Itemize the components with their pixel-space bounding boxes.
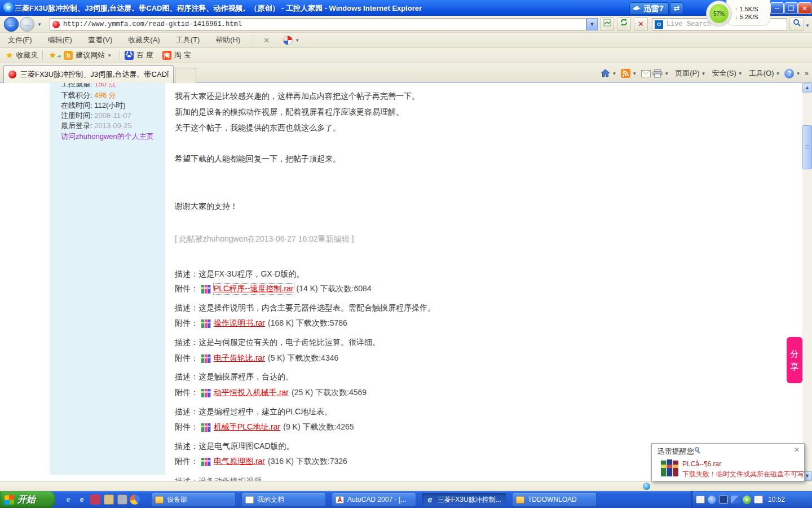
tab-title: 三菱FX3U脉冲控制、J3伺服,台达屏。带CAD图... [20,69,169,80]
attachment-link[interactable]: 机械手PLC地址.rar [214,422,280,432]
rss-icon[interactable] [621,69,630,78]
keyboard-layout-icon[interactable] [696,496,705,503]
suggested-sites-label[interactable]: 建议网站 [76,50,105,60]
taskbar-item-folder[interactable]: 设备部 [151,493,236,506]
tray-app1-icon[interactable] [719,496,728,503]
menu-help[interactable]: 帮助(H) [208,35,248,45]
menu-edit[interactable]: 编辑(E) [40,35,80,45]
system-tray: ‹ + 10:52 [691,491,812,508]
internet-zone-icon [643,483,650,490]
addon-close-icon[interactable]: ✕ [258,36,275,45]
home-icon[interactable] [601,69,610,78]
home-dropdown-icon[interactable]: ▼ [612,71,616,76]
search-options-dropdown-icon[interactable]: ▼ [805,23,810,28]
favorites-star-icon[interactable]: ★ [6,50,13,60]
xunlei-widget-button[interactable]: 迅雷7 [629,2,669,15]
add-favorite-icon[interactable]: ★➜ [48,50,61,60]
share-button[interactable]: 分 享 [787,337,802,383]
attachment-row: 附件： 动平恒投入机械手.rar (25 K) 下载次数:4569 [175,388,367,398]
quicklaunch-folder-icon[interactable] [104,494,114,505]
rar-icon [201,458,211,466]
scroll-up-button[interactable]: ▲ [802,83,812,93]
favorites-label[interactable]: 收藏夹 [16,50,38,60]
attachment-link[interactable]: 操作说明书.rar [214,318,265,329]
quicklaunch-messenger-icon[interactable] [130,494,140,505]
quicklaunch-app1-icon[interactable] [90,494,100,505]
taobao-link[interactable]: 淘 宝 [174,50,191,60]
menu-favorites[interactable]: 收藏夹(A) [120,35,167,45]
profile-link[interactable]: 访问zhuhongwen的个人主页 [61,132,154,142]
suggested-sites-dropdown-icon[interactable]: ▼ [107,53,112,58]
start-button[interactable]: 开始 [0,491,55,508]
overflow-chevron-icon[interactable]: » [805,69,809,77]
addon-snagit-icon[interactable] [283,36,293,45]
ie-icon: e [426,496,434,503]
compatibility-button[interactable] [600,17,614,31]
help-dropdown-icon[interactable]: ▼ [796,71,800,76]
rss-dropdown-icon[interactable]: ▼ [632,71,637,76]
xunlei-swap-button[interactable]: ⇄ [670,2,683,15]
attachment-link[interactable]: 电子齿轮比.rar [214,353,265,364]
minimize-button[interactable]: ─ [770,2,784,14]
attachment-link[interactable]: 动平恒投入机械手.rar [214,388,289,398]
restore-button[interactable]: ❐ [784,2,798,14]
taskbar-item-browser-active[interactable]: e 三菱FX3U脉冲控制... [422,493,506,506]
print-icon[interactable] [652,69,663,78]
document-icon [245,496,254,503]
popup-close-icon[interactable]: ✕ [794,446,800,454]
tools-menu[interactable]: 工具(O) [749,68,774,78]
favbar-separator2 [120,50,120,60]
rar-icon [201,389,211,397]
safety-menu[interactable]: 安全(S) [712,68,736,78]
search-go-button[interactable] [789,17,804,31]
refresh-button[interactable] [617,17,631,31]
back-button[interactable]: ← [4,17,19,32]
page-menu[interactable]: 页面(P) [675,68,699,78]
attachment-meta: (25 K) 下载次数:4569 [292,388,367,398]
attachment-link[interactable]: 电气原理图.rar [214,457,265,467]
desktop-screen: e 三菱FX3U脉冲控制、J3伺服,台达屏。带CAD图、程序注释、动作视频。（原… [0,0,812,508]
post-paragraph: 新加的是设备的模拟动作视屏，配着视屏看程序应该更容易理解。 [175,107,404,117]
quicklaunch-computer-icon[interactable] [117,494,127,505]
scroll-thumb[interactable] [802,125,812,169]
menu-file[interactable]: 文件(F) [0,35,40,45]
attachment-desc: 描述：这是触摸屏程序，台达的。 [175,372,293,382]
wrench-icon [695,447,702,454]
taskbar-item-documents[interactable]: 我的文档 [241,493,326,506]
stop-button[interactable]: ✕ [634,17,648,31]
help-icon[interactable]: ? [784,69,794,78]
menu-tools[interactable]: 工具(T) [168,35,208,45]
mail-icon[interactable] [641,70,651,77]
page-dropdown-icon[interactable]: ▼ [701,71,706,76]
tray-xunlei-icon[interactable]: + [743,496,751,504]
taskbar-item-autocad[interactable]: A AutoCAD 2007 - [... [332,493,416,506]
vertical-scrollbar[interactable]: ▲ ▼ [802,83,812,481]
attachment-desc: 描述：这是FX-3U程序，GX-D版的。 [175,269,304,279]
stat-register-date: 注册时间: 2008-11-07 [61,111,131,121]
menu-view[interactable]: 查看(V) [80,35,120,45]
close-button[interactable]: ✕ [798,2,811,14]
address-input[interactable]: http://www.ymmfa.com/read-gktid-1416961.… [50,18,586,30]
address-dropdown-button[interactable]: ▼ [586,18,598,30]
favorites-bar: ★ 收藏夹 ★➜ b 建议网站 ▼ 百 度 淘 淘 宝 [0,48,812,63]
addon-dropdown-icon[interactable]: ▼ [295,38,299,43]
safety-dropdown-icon[interactable]: ▼ [738,71,743,76]
tray-update-icon[interactable] [754,496,763,503]
tray-network-icon[interactable] [731,496,740,503]
print-dropdown-icon[interactable]: ▼ [664,71,669,76]
new-tab-stub[interactable] [175,68,196,83]
taskbar-item-tddownload[interactable]: TDDOWNLOAD [512,493,597,506]
winrar-books-icon [661,458,679,478]
rar-icon [201,423,211,432]
tab-active[interactable]: 三菱FX3U脉冲控制、J3伺服,台达屏。带CAD图... [3,65,174,83]
quicklaunch-ie-icon[interactable]: e [63,494,73,505]
forward-button[interactable]: → [20,17,34,32]
baidu-link[interactable]: 百 度 [136,50,153,60]
history-dropdown-icon[interactable]: ▼ [37,22,42,27]
xunlei-progress-indicator[interactable]: 57% [706,1,732,27]
xunlei-bird-icon [632,5,641,12]
attachment-link[interactable]: PLC程序--速度控制.rar [214,284,294,294]
quicklaunch-browser-icon[interactable]: e [77,494,87,505]
tools-dropdown-icon[interactable]: ▼ [775,71,780,76]
tray-collapse-icon[interactable]: ‹ [708,496,716,504]
